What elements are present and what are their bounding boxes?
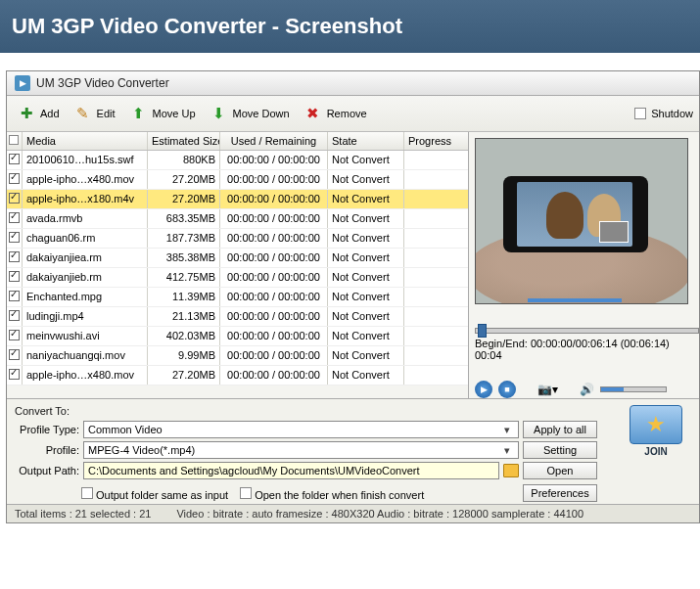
row-state: Not Convert <box>328 170 404 189</box>
row-checkbox[interactable] <box>7 229 23 248</box>
status-bar: Total items : 21 selected : 21 Video : b… <box>7 504 699 522</box>
table-row[interactable]: dakaiyanjiea.rm385.38MB00:00:00 / 00:00:… <box>7 249 468 268</box>
row-checkbox[interactable] <box>7 151 23 169</box>
row-used: 00:00:00 / 00:00:00 <box>220 170 328 189</box>
setting-button[interactable]: Setting <box>523 441 597 459</box>
header-progress[interactable]: Progress <box>404 132 468 150</box>
banner-title: UM 3GP Video Converter - Screenshot <box>12 14 402 38</box>
row-used: 00:00:00 / 00:00:00 <box>220 209 328 228</box>
row-size: 27.20MB <box>148 366 220 385</box>
join-button[interactable]: ★ <box>630 405 682 444</box>
row-state: Not Convert <box>328 346 404 365</box>
row-checkbox[interactable] <box>7 268 23 287</box>
row-media: ludingji.mp4 <box>23 307 148 326</box>
shutdown-checkbox[interactable] <box>634 108 646 119</box>
row-progress <box>404 249 468 267</box>
add-icon: ✚ <box>16 103 37 124</box>
row-checkbox[interactable] <box>7 190 23 208</box>
row-checkbox[interactable] <box>7 346 23 365</box>
video-preview[interactable] <box>475 138 688 304</box>
row-media: 20100610…hu15s.swf <box>23 151 148 169</box>
table-row[interactable]: chaguan06.rm187.73MB00:00:00 / 00:00:00N… <box>7 229 468 249</box>
stop-button[interactable]: ■ <box>498 381 516 398</box>
apply-button[interactable]: Apply to all <box>523 421 597 438</box>
row-used: 00:00:00 / 00:00:00 <box>220 346 328 365</box>
row-checkbox[interactable] <box>7 307 23 326</box>
row-media: dakaiyanjiea.rm <box>23 249 148 267</box>
row-media: naniyachuangqi.mov <box>23 346 148 365</box>
table-rows[interactable]: 20100610…hu15s.swf880KB00:00:00 / 00:00:… <box>7 151 468 385</box>
same-folder-checkbox[interactable] <box>81 487 93 499</box>
row-progress <box>404 366 468 385</box>
row-size: 683.35MB <box>148 209 220 228</box>
join-block: ★ JOIN <box>621 405 691 502</box>
output-label: Output Path: <box>15 465 79 476</box>
row-state: Not Convert <box>328 366 404 385</box>
row-checkbox[interactable] <box>7 366 23 385</box>
table-row[interactable]: meinvwushi.avi402.03MB00:00:00 / 00:00:0… <box>7 327 468 346</box>
moveup-button[interactable]: ⬆Move Up <box>125 100 204 127</box>
row-progress <box>404 151 468 169</box>
row-media: Enchanted.mpg <box>23 288 148 306</box>
row-state: Not Convert <box>328 209 404 228</box>
header-used[interactable]: Used / Remaining <box>220 132 328 150</box>
table-row[interactable]: 20100610…hu15s.swf880KB00:00:00 / 00:00:… <box>7 151 468 170</box>
row-size: 27.20MB <box>148 170 220 189</box>
table-row[interactable]: dakaiyanjieb.rm412.75MB00:00:00 / 00:00:… <box>7 268 468 288</box>
row-used: 00:00:00 / 00:00:00 <box>220 268 328 287</box>
table-row[interactable]: avada.rmvb683.35MB00:00:00 / 00:00:00Not… <box>7 209 468 229</box>
table-row[interactable]: apple-ipho…x480.mov27.20MB00:00:00 / 00:… <box>7 366 468 385</box>
preview-panel: Begin/End: 00:00:00/00:06:14 (00:06:14) … <box>469 132 699 398</box>
profile-type-label: Profile Type: <box>15 424 79 435</box>
phone-mockup <box>503 176 648 252</box>
status-items: Total items : 21 selected : 21 <box>15 508 151 520</box>
row-media: apple-ipho…x480.mov <box>23 170 148 189</box>
join-label: JOIN <box>644 446 667 457</box>
timeline: Begin/End: 00:00:00/00:06:14 (00:06:14) … <box>475 312 699 361</box>
options-row: Output folder same as input Open the fol… <box>81 486 424 502</box>
row-checkbox[interactable] <box>7 249 23 267</box>
preferences-button[interactable]: Preferences <box>523 484 597 502</box>
row-media: apple-ipho…x180.m4v <box>23 190 148 208</box>
status-video: Video : bitrate : auto framesize : 480X3… <box>176 508 583 520</box>
row-checkbox[interactable] <box>7 170 23 189</box>
header-media[interactable]: Media <box>23 132 148 150</box>
row-progress <box>404 307 468 326</box>
row-size: 385.38MB <box>148 249 220 267</box>
volume-icon[interactable]: 🔊 <box>580 383 594 396</box>
table-row[interactable]: apple-ipho…x480.mov27.20MB00:00:00 / 00:… <box>7 170 468 190</box>
play-button[interactable]: ▶ <box>475 381 492 398</box>
camera-icon[interactable]: 📷▾ <box>537 383 558 396</box>
output-path-input[interactable]: C:\Documents and Settings\agcloud\My Doc… <box>83 462 499 479</box>
folder-icon[interactable] <box>503 464 519 477</box>
remove-button[interactable]: ✖Remove <box>300 100 375 127</box>
table-row[interactable]: Enchanted.mpg11.39MB00:00:00 / 00:00:00N… <box>7 288 468 307</box>
volume-slider[interactable] <box>600 386 667 392</box>
table-row[interactable]: ludingji.mp421.13MB00:00:00 / 00:00:00No… <box>7 307 468 327</box>
row-progress <box>404 170 468 189</box>
header-size[interactable]: Estimated Size <box>148 132 220 150</box>
row-media: chaguan06.rm <box>23 229 148 248</box>
table-row[interactable]: apple-ipho…x180.m4v27.20MB00:00:00 / 00:… <box>7 190 468 209</box>
row-size: 880KB <box>148 151 220 169</box>
open-folder-checkbox[interactable] <box>240 487 252 499</box>
row-size: 412.75MB <box>148 268 220 287</box>
row-checkbox[interactable] <box>7 209 23 228</box>
add-button[interactable]: ✚Add <box>13 100 68 127</box>
open-button[interactable]: Open <box>523 462 597 479</box>
row-checkbox[interactable] <box>7 288 23 306</box>
profile-select[interactable]: MPEG-4 Video(*.mp4)▾ <box>83 441 519 459</box>
header-check[interactable] <box>7 132 23 150</box>
seek-track[interactable] <box>475 328 699 334</box>
row-size: 402.03MB <box>148 327 220 345</box>
edit-button[interactable]: ✎Edit <box>70 100 123 127</box>
row-checkbox[interactable] <box>7 327 23 345</box>
seek-thumb[interactable] <box>478 324 487 338</box>
header-state[interactable]: State <box>328 132 404 150</box>
remove-icon: ✖ <box>303 103 324 124</box>
row-used: 00:00:00 / 00:00:00 <box>220 190 328 208</box>
phone-screen <box>517 182 632 247</box>
movedown-button[interactable]: ⬇Move Down <box>206 100 298 127</box>
profile-type-select[interactable]: Common Video▾ <box>83 421 519 438</box>
table-row[interactable]: naniyachuangqi.mov9.99MB00:00:00 / 00:00… <box>7 346 468 366</box>
